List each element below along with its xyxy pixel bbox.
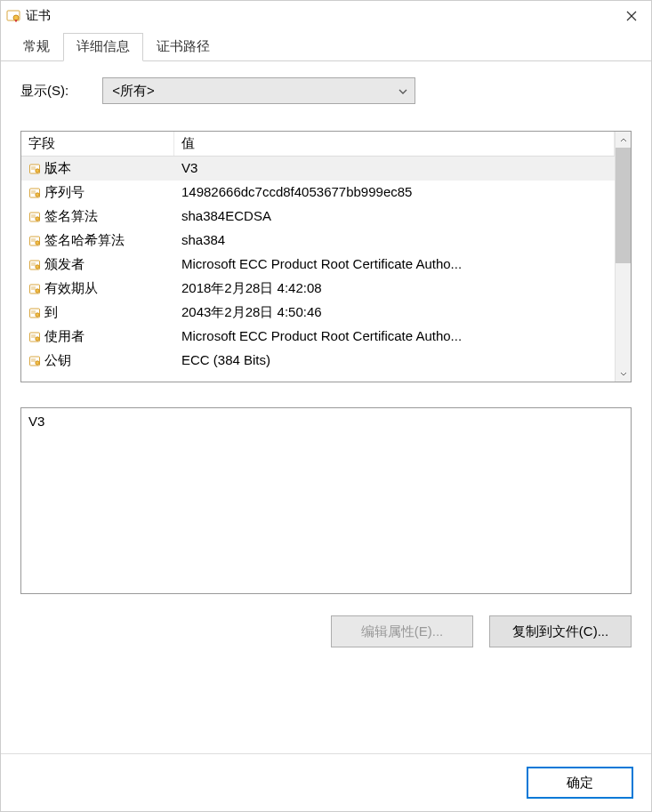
field-icon — [28, 187, 41, 199]
detail-text: V3 — [28, 414, 44, 429]
scroll-thumb[interactable] — [616, 148, 631, 263]
svg-point-31 — [36, 312, 39, 316]
field-name: 公钥 — [44, 352, 71, 369]
field-icon — [28, 355, 41, 367]
titlebar-left: 证书 — [6, 8, 51, 24]
tab-details[interactable]: 详细信息 — [63, 33, 143, 61]
field-name: 颁发者 — [44, 256, 85, 273]
field-cell: 签名哈希算法 — [21, 230, 174, 251]
field-cell: 序列号 — [21, 182, 174, 203]
dialog-footer: 确定 — [1, 753, 651, 811]
field-cell: 到 — [21, 302, 174, 323]
field-icon — [28, 211, 41, 223]
field-value: sha384 — [174, 230, 615, 251]
table-row[interactable]: 签名算法sha384ECDSA — [21, 205, 615, 229]
field-cell: 使用者 — [21, 326, 174, 347]
field-cell: 版本 — [21, 158, 174, 179]
field-value: sha384ECDSA — [174, 206, 615, 227]
svg-point-11 — [36, 192, 39, 196]
titlebar: 证书 — [1, 1, 651, 31]
scroll-up-icon[interactable] — [616, 132, 631, 148]
scroll-track[interactable] — [616, 148, 631, 366]
tab-cert-path[interactable]: 证书路径 — [143, 33, 223, 60]
scroll-down-icon[interactable] — [616, 366, 631, 382]
tab-general[interactable]: 常规 — [10, 33, 63, 60]
field-value: V3 — [174, 158, 615, 179]
field-value: 2043年2月28日 4:50:46 — [174, 302, 615, 323]
action-buttons: 编辑属性(E)... 复制到文件(C)... — [20, 615, 632, 647]
table-row[interactable]: 签名哈希算法sha384 — [21, 229, 615, 253]
header-value[interactable]: 值 — [174, 132, 615, 156]
table-row[interactable]: 使用者Microsoft ECC Product Root Certificat… — [21, 325, 615, 349]
field-value: ECC (384 Bits) — [174, 350, 615, 371]
field-cell: 公钥 — [21, 350, 174, 371]
svg-point-15 — [36, 216, 39, 220]
header-field[interactable]: 字段 — [21, 132, 174, 156]
field-icon — [28, 259, 41, 271]
svg-point-23 — [36, 264, 39, 268]
window-title: 证书 — [26, 8, 51, 24]
detail-textbox[interactable]: V3 — [20, 407, 632, 594]
field-value: 14982666dc7ccd8f4053677bb999ec85 — [174, 182, 615, 203]
listview-header: 字段 值 — [21, 132, 615, 157]
show-dropdown[interactable]: <所有> — [102, 77, 415, 104]
close-button[interactable] — [614, 4, 649, 28]
certificate-dialog: 证书 常规 详细信息 证书路径 显示(S): <所有> — [0, 0, 652, 812]
field-cell: 颁发者 — [21, 254, 174, 275]
svg-point-27 — [36, 288, 39, 292]
field-name: 使用者 — [44, 328, 85, 345]
copy-to-file-button[interactable]: 复制到文件(C)... — [489, 615, 632, 647]
ok-button[interactable]: 确定 — [527, 767, 633, 799]
show-label: 显示(S): — [20, 83, 68, 100]
field-icon — [28, 235, 41, 247]
svg-point-35 — [36, 336, 39, 340]
table-row[interactable]: 有效期从2018年2月28日 4:42:08 — [21, 277, 615, 301]
table-row[interactable]: 序列号14982666dc7ccd8f4053677bb999ec85 — [21, 181, 615, 205]
field-name: 到 — [44, 304, 58, 321]
field-name: 版本 — [44, 160, 71, 177]
field-icon — [28, 331, 41, 343]
show-row: 显示(S): <所有> — [20, 77, 632, 104]
field-name: 有效期从 — [44, 280, 98, 297]
tab-bar: 常规 详细信息 证书路径 — [1, 33, 651, 61]
listview-body: 版本V3序列号14982666dc7ccd8f4053677bb999ec85签… — [21, 157, 615, 382]
table-row[interactable]: 到2043年2月28日 4:50:46 — [21, 301, 615, 325]
svg-point-7 — [36, 168, 39, 172]
field-cell: 签名算法 — [21, 206, 174, 227]
field-icon — [28, 307, 41, 319]
svg-point-19 — [36, 240, 39, 244]
listview-container: 字段 值 版本V3序列号14982666dc7ccd8f4053677bb999… — [20, 131, 632, 382]
field-value: 2018年2月28日 4:42:08 — [174, 278, 615, 299]
edit-properties-button: 编辑属性(E)... — [331, 615, 473, 647]
show-selected: <所有> — [112, 83, 155, 100]
fields-listview[interactable]: 字段 值 版本V3序列号14982666dc7ccd8f4053677bb999… — [21, 132, 615, 382]
table-row[interactable]: 颁发者Microsoft ECC Product Root Certificat… — [21, 253, 615, 277]
scrollbar[interactable] — [615, 132, 631, 382]
field-icon — [28, 283, 41, 295]
field-icon — [28, 163, 41, 175]
table-row[interactable]: 公钥ECC (384 Bits) — [21, 349, 615, 373]
field-value: Microsoft ECC Product Root Certificate A… — [174, 326, 615, 347]
chevron-down-icon — [398, 85, 407, 96]
tab-content: 显示(S): <所有> 字段 值 版本V3序列号14982666dc7ccd8f… — [1, 61, 651, 753]
field-value: Microsoft ECC Product Root Certificate A… — [174, 254, 615, 275]
field-name: 签名算法 — [44, 208, 98, 225]
certificate-icon — [6, 9, 20, 23]
field-name: 签名哈希算法 — [44, 232, 125, 249]
field-name: 序列号 — [44, 184, 85, 201]
table-row[interactable]: 版本V3 — [21, 157, 615, 181]
svg-point-39 — [36, 360, 39, 364]
field-cell: 有效期从 — [21, 278, 174, 299]
